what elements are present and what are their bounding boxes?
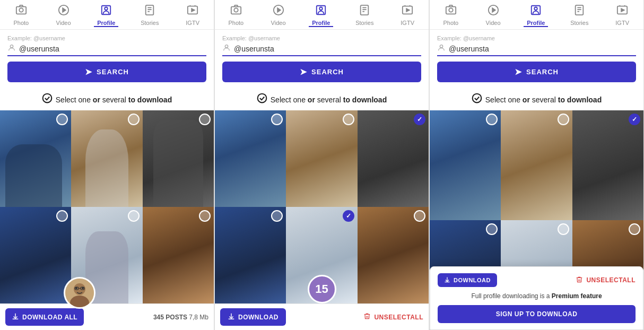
video-icon-3 bbox=[488, 4, 499, 19]
tab-photo-2[interactable]: Photo bbox=[224, 3, 248, 27]
tab-photo-label-1: Photo bbox=[13, 20, 29, 26]
cell-checkbox-3-5[interactable] bbox=[629, 223, 640, 235]
search-input-row-2 bbox=[222, 44, 421, 56]
select-prompt-text-1: Select one or several to download bbox=[56, 95, 172, 104]
unselectall-button-3[interactable]: UNSELECTALL bbox=[576, 276, 636, 285]
tab-photo-3[interactable]: Photo bbox=[439, 3, 463, 27]
grid-cell-3-0[interactable] bbox=[430, 110, 501, 220]
cell-checkbox-1-4[interactable] bbox=[128, 210, 140, 222]
tab-photo-label-3: Photo bbox=[443, 20, 458, 26]
svg-point-41 bbox=[449, 8, 452, 12]
select-prompt-text-2: Select one or several to download bbox=[271, 95, 387, 104]
photo-icon-2 bbox=[230, 4, 242, 19]
unselectall-button-2[interactable]: UNSELECTALL bbox=[363, 312, 423, 322]
download-icon-3 bbox=[444, 276, 450, 284]
cell-checkbox-1-5[interactable] bbox=[199, 210, 211, 222]
cell-checkbox-1-1[interactable] bbox=[128, 114, 140, 125]
tab-profile-1[interactable]: Profile bbox=[94, 3, 118, 27]
grid-cell-3-2[interactable] bbox=[572, 110, 643, 220]
signup-button-3[interactable]: SIGN UP TO DOWNLOAD bbox=[438, 305, 636, 323]
popup-text-bold-3: Premium feature bbox=[552, 292, 602, 300]
posts-size-1: 7,8 Mb bbox=[189, 314, 208, 321]
cell-checkbox-1-2[interactable] bbox=[199, 114, 211, 125]
tab-igtv-label-3: IGTV bbox=[615, 20, 629, 26]
tab-video-3[interactable]: Video bbox=[482, 3, 505, 27]
cell-checkbox-2-2[interactable] bbox=[414, 114, 425, 125]
photo-icon-1 bbox=[15, 4, 27, 19]
premium-popup-3: DOWNLOAD UNSELECTALL Full profile downlo… bbox=[430, 266, 643, 330]
signup-label-3: SIGN UP TO DOWNLOAD bbox=[496, 310, 578, 318]
avatar-1 bbox=[64, 277, 95, 309]
search-input-3[interactable] bbox=[449, 45, 636, 53]
search-input-1[interactable] bbox=[19, 45, 206, 53]
tab-igtv-label-1: IGTV bbox=[186, 20, 199, 26]
tab-video-label-2: Video bbox=[271, 20, 286, 26]
download-all-icon-1 bbox=[12, 312, 19, 322]
badge-count-2: 15 bbox=[308, 275, 336, 303]
svg-point-13 bbox=[10, 45, 13, 48]
grid-cell-2-1[interactable] bbox=[286, 110, 357, 207]
check-circle-icon-1 bbox=[42, 93, 53, 106]
svg-point-29 bbox=[320, 7, 323, 11]
nav-tabs-1: Photo Video Profile Stories IGTV bbox=[0, 0, 214, 30]
unselectall-label-3: UNSELECTALL bbox=[586, 276, 636, 284]
tab-igtv-2[interactable]: IGTV bbox=[396, 3, 419, 27]
nav-tabs-3: Photo Video Profile Stories IGTV bbox=[430, 0, 643, 30]
tab-stories-1[interactable]: Stories bbox=[137, 3, 162, 27]
cell-checkbox-3-1[interactable] bbox=[558, 114, 569, 125]
tab-igtv-1[interactable]: IGTV bbox=[181, 3, 204, 27]
tab-stories-label-2: Stories bbox=[355, 20, 373, 26]
tab-igtv-3[interactable]: IGTV bbox=[611, 3, 634, 27]
tab-video-1[interactable]: Video bbox=[52, 3, 75, 27]
tab-video-2[interactable]: Video bbox=[267, 3, 290, 27]
search-button-2[interactable]: ➤ SEARCH bbox=[222, 62, 421, 82]
trash-icon-3 bbox=[576, 276, 583, 285]
cell-checkbox-3-2[interactable] bbox=[629, 114, 640, 125]
tab-stories-2[interactable]: Stories bbox=[352, 3, 377, 27]
search-area-2: Example: @username ➤ SEARCH bbox=[215, 30, 429, 86]
download-button-3[interactable]: DOWNLOAD bbox=[438, 273, 497, 287]
search-button-1[interactable]: ➤ SEARCH bbox=[7, 62, 206, 82]
tab-stories-3[interactable]: Stories bbox=[567, 3, 591, 27]
cell-checkbox-2-1[interactable] bbox=[343, 114, 354, 125]
select-prompt-text-3: Select one or several to download bbox=[485, 95, 602, 104]
download-all-button-1[interactable]: DOWNLOAD ALL bbox=[5, 308, 84, 326]
stories-icon-1 bbox=[144, 4, 155, 19]
search-arrow-icon-2: ➤ bbox=[300, 67, 307, 77]
tab-profile-label-2: Profile bbox=[312, 20, 330, 26]
tab-stories-label-1: Stories bbox=[141, 20, 159, 26]
tab-igtv-label-2: IGTV bbox=[401, 20, 414, 26]
grid-cell-1-2[interactable] bbox=[143, 110, 214, 207]
grid-cell-1-1[interactable] bbox=[71, 110, 142, 207]
search-input-row-3 bbox=[437, 44, 636, 56]
tab-profile-2[interactable]: Profile bbox=[309, 3, 333, 27]
tab-stories-label-3: Stories bbox=[570, 20, 588, 26]
search-input-2[interactable] bbox=[234, 45, 421, 53]
cell-checkbox-3-4[interactable] bbox=[558, 223, 569, 235]
tab-profile-3[interactable]: Profile bbox=[524, 3, 548, 27]
tab-video-label-1: Video bbox=[56, 20, 71, 26]
cell-checkbox-2-5[interactable] bbox=[414, 210, 425, 222]
search-example-2: Example: @username bbox=[222, 35, 421, 41]
tab-photo-1[interactable]: Photo bbox=[10, 3, 33, 27]
grid-cell-1-0[interactable] bbox=[0, 110, 71, 207]
svg-marker-27 bbox=[277, 8, 281, 12]
grid-cell-1-5[interactable] bbox=[143, 207, 214, 303]
grid-cell-2-0[interactable] bbox=[215, 110, 286, 207]
trash-icon-2 bbox=[363, 312, 371, 322]
grid-cell-2-5[interactable] bbox=[358, 207, 429, 303]
grid-cell-2-3[interactable] bbox=[215, 207, 286, 303]
person-icon-1 bbox=[7, 44, 16, 54]
check-circle-icon-3 bbox=[472, 93, 482, 106]
grid-cell-3-1[interactable] bbox=[501, 110, 572, 220]
download-button-2[interactable]: DOWNLOAD bbox=[220, 308, 286, 326]
igtv-icon-3 bbox=[616, 4, 628, 19]
download-all-label-1: DOWNLOAD ALL bbox=[22, 314, 77, 321]
grid-cell-1-3[interactable] bbox=[0, 207, 71, 303]
cell-checkbox-2-4[interactable] bbox=[343, 210, 354, 222]
svg-point-54 bbox=[472, 94, 481, 103]
search-button-label-2: SEARCH bbox=[311, 68, 344, 76]
search-button-3[interactable]: ➤ SEARCH bbox=[437, 62, 636, 82]
search-arrow-icon-1: ➤ bbox=[85, 67, 92, 77]
grid-cell-2-2[interactable] bbox=[358, 110, 429, 207]
